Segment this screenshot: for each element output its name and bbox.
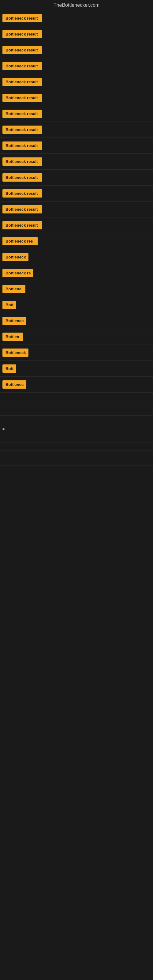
list-item: Bottleneck result <box>0 186 153 202</box>
bottleneck-result-badge[interactable]: Bottleneck <box>2 348 29 357</box>
list-item: Bott <box>0 361 153 377</box>
list-item: Bottlen <box>0 329 153 345</box>
bottleneck-result-badge[interactable]: Bottleneck res <box>2 237 38 245</box>
list-item: Bottleneck result <box>0 138 153 154</box>
bottleneck-result-badge[interactable]: Bottlen <box>2 332 23 341</box>
list-item: Bottlene <box>0 281 153 297</box>
list-item <box>0 400 153 408</box>
list-item <box>0 393 153 400</box>
list-item: Bottleneck result <box>0 154 153 170</box>
bottleneck-result-badge[interactable]: Bott <box>2 364 16 373</box>
bottleneck-result-badge[interactable]: Bottleneck result <box>2 62 42 70</box>
bottleneck-result-badge[interactable]: Bottleneck result <box>2 158 42 166</box>
site-header: TheBottlenecker.com <box>0 0 153 10</box>
list-item: Bottleneck res <box>0 233 153 249</box>
list-item: Bottleneck result <box>0 218 153 233</box>
bottleneck-result-badge[interactable]: Bottleneck result <box>2 14 42 22</box>
bottleneck-result-badge[interactable]: Bottlenec <box>2 317 26 325</box>
bottleneck-result-badge[interactable]: Bottleneck result <box>2 173 42 181</box>
bottleneck-result-badge[interactable]: Bottleneck result <box>2 221 42 229</box>
list-item: Bottleneck result <box>0 202 153 218</box>
bottleneck-result-badge[interactable]: Bottlenec <box>2 380 26 389</box>
list-item: Bottlenec <box>0 377 153 393</box>
list-item: Bottleneck re <box>0 265 153 281</box>
list-item: Bottleneck result <box>0 122 153 138</box>
bottleneck-result-badge[interactable]: Bott <box>2 301 16 309</box>
bottleneck-result-badge[interactable]: Bottleneck result <box>2 205 42 213</box>
bottleneck-result-badge[interactable]: Bottleneck result <box>2 46 42 54</box>
list-item: Bott <box>0 297 153 313</box>
list-item: Bottleneck result <box>0 10 153 26</box>
list-item: Bottleneck <box>0 249 153 265</box>
bottleneck-result-badge[interactable]: Bottleneck result <box>2 189 42 197</box>
bottleneck-result-badge[interactable]: Bottleneck result <box>2 142 42 150</box>
small-indicator: = <box>2 427 5 431</box>
list-item: Bottleneck result <box>0 170 153 186</box>
list-item: Bottleneck result <box>0 90 153 106</box>
bottleneck-result-badge[interactable]: Bottleneck result <box>2 30 42 38</box>
list-item: Bottleneck result <box>0 58 153 74</box>
bottleneck-result-badge[interactable]: Bottleneck result <box>2 94 42 102</box>
list-item: = <box>0 423 153 435</box>
list-item <box>0 435 153 443</box>
bottleneck-result-badge[interactable]: Bottleneck result <box>2 78 42 86</box>
list-item: Bottleneck result <box>0 74 153 90</box>
bottleneck-result-badge[interactable]: Bottleneck result <box>2 110 42 118</box>
list-item: Bottleneck result <box>0 106 153 122</box>
list-item: Bottleneck result <box>0 42 153 58</box>
list-item: Bottleneck result <box>0 26 153 42</box>
list-item: Bottleneck <box>0 345 153 361</box>
list-item <box>0 450 153 458</box>
list-item <box>0 458 153 466</box>
list-item <box>0 408 153 415</box>
bottleneck-result-badge[interactable]: Bottlene <box>2 285 26 293</box>
list-item: Bottlenec <box>0 313 153 329</box>
bottleneck-result-badge[interactable]: Bottleneck re <box>2 269 33 277</box>
list-item <box>0 415 153 423</box>
site-title: TheBottlenecker.com <box>0 0 153 10</box>
list-item <box>0 443 153 450</box>
bottleneck-result-badge[interactable]: Bottleneck result <box>2 126 42 134</box>
bottleneck-result-badge[interactable]: Bottleneck <box>2 253 29 261</box>
